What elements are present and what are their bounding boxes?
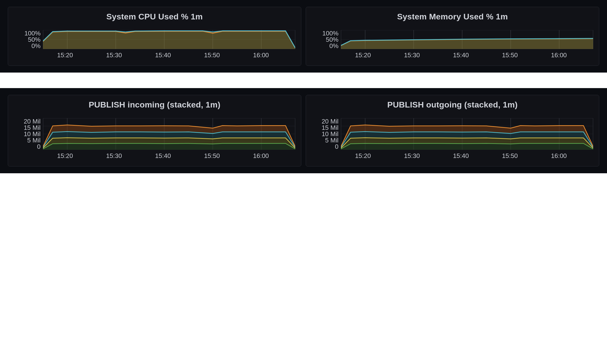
x-axis-pin: 15:2015:3015:4015:5016:00 (40, 150, 295, 160)
x-tick: 15:30 (404, 152, 420, 160)
y-tick: 50% (28, 36, 40, 43)
svg-mem (341, 30, 593, 49)
svg-pin (43, 118, 295, 150)
svg-cpu (43, 30, 295, 49)
chart-canvas-mem[interactable] (341, 30, 593, 49)
plot-pin: 20 Mil 15 Mil 10 Mil 5 Mil 0 15:2015:301… (14, 118, 295, 160)
y-axis-pin: 20 Mil 15 Mil 10 Mil 5 Mil 0 (14, 118, 43, 150)
svg-marker-31 (43, 143, 295, 150)
y-tick: 10 Mil (322, 131, 339, 137)
y-tick: 0 (335, 143, 339, 150)
x-tick: 15:40 (155, 52, 171, 59)
panel-publish-outgoing[interactable]: PUBLISH outgoing (stacked, 1m) 20 Mil 15… (306, 95, 599, 167)
svg-marker-9 (43, 31, 295, 49)
y-tick: 20 Mil (24, 118, 40, 125)
panel-pout-title: PUBLISH outgoing (stacked, 1m) (312, 100, 593, 109)
y-tick: 20 Mil (322, 118, 339, 125)
x-tick: 15:20 (355, 152, 371, 160)
y-axis-cpu: 100% 50% 0% (14, 30, 43, 49)
x-tick: 15:40 (453, 52, 469, 59)
x-tick: 15:20 (355, 52, 371, 59)
chart-canvas-pin[interactable] (43, 118, 295, 150)
chart-canvas-cpu[interactable] (43, 30, 295, 49)
y-axis-pout: 20 Mil 15 Mil 10 Mil 5 Mil 0 (312, 118, 341, 150)
panel-pin-title: PUBLISH incoming (stacked, 1m) (14, 100, 295, 109)
y-tick: 100% (322, 30, 339, 36)
y-axis-mem: 100% 50% 0% (312, 30, 341, 49)
x-tick: 15:40 (155, 152, 171, 160)
panel-publish-incoming[interactable]: PUBLISH incoming (stacked, 1m) 20 Mil 15… (8, 95, 301, 167)
x-tick: 15:30 (106, 152, 122, 160)
y-tick: 0% (329, 43, 339, 49)
y-tick: 50% (326, 36, 339, 43)
row-system: System CPU Used % 1m 100% 50% 0% 15:2015… (0, 0, 607, 73)
y-tick: 0 (37, 143, 40, 150)
y-tick: 15 Mil (322, 125, 339, 131)
svg-pout (341, 118, 593, 150)
chart-canvas-pout[interactable] (341, 118, 593, 150)
x-tick: 15:30 (106, 52, 122, 59)
x-tick: 15:20 (57, 52, 73, 59)
x-tick: 15:20 (57, 152, 73, 160)
x-axis-mem: 15:2015:3015:4015:5016:00 (339, 49, 593, 60)
y-tick: 0% (31, 43, 40, 49)
x-tick: 16:00 (551, 152, 567, 160)
panel-cpu[interactable]: System CPU Used % 1m 100% 50% 0% 15:2015… (8, 7, 301, 66)
row-publish: PUBLISH incoming (stacked, 1m) 20 Mil 15… (0, 88, 607, 173)
y-tick: 100% (25, 30, 41, 36)
x-axis-cpu: 15:2015:3015:4015:5016:00 (40, 49, 295, 60)
x-axis-pout: 15:2015:3015:4015:5016:00 (339, 150, 593, 160)
x-tick: 15:50 (502, 152, 518, 160)
x-tick: 15:30 (404, 52, 420, 59)
svg-marker-46 (341, 143, 593, 150)
y-tick: 5 Mil (325, 137, 339, 143)
y-tick: 15 Mil (24, 125, 40, 131)
y-tick: 5 Mil (27, 137, 40, 143)
x-tick: 15:50 (204, 152, 220, 160)
dashboard: System CPU Used % 1m 100% 50% 0% 15:2015… (0, 0, 607, 364)
y-tick: 10 Mil (24, 131, 40, 137)
panel-cpu-title: System CPU Used % 1m (14, 12, 295, 21)
x-tick: 16:00 (253, 152, 269, 160)
x-tick: 15:40 (453, 152, 469, 160)
x-tick: 15:50 (502, 52, 518, 59)
x-tick: 16:00 (551, 52, 567, 59)
plot-cpu: 100% 50% 0% 15:2015:3015:4015:5016:00 (14, 30, 295, 60)
x-tick: 16:00 (253, 52, 269, 59)
plot-pout: 20 Mil 15 Mil 10 Mil 5 Mil 0 15:2015:301… (312, 118, 593, 160)
panel-mem[interactable]: System Memory Used % 1m 100% 50% 0% 15:2… (306, 7, 599, 66)
plot-mem: 100% 50% 0% 15:2015:3015:4015:5016:00 (312, 30, 593, 60)
x-tick: 15:50 (204, 52, 220, 59)
row-gap (0, 73, 607, 88)
panel-mem-title: System Memory Used % 1m (312, 12, 593, 21)
